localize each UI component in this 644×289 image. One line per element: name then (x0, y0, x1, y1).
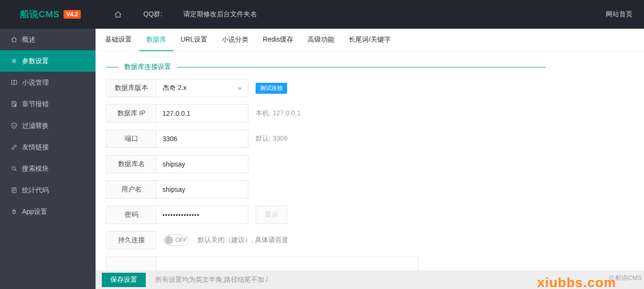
tab-novel-category[interactable]: 小说分类 (215, 29, 256, 51)
db-name-input[interactable] (157, 155, 248, 173)
sidebar-item-label: 统计代码 (22, 186, 49, 195)
form-row-port: 端口 默认: 3306 (106, 130, 644, 148)
top-header: 船说CMS V4.2 QQ群: 请定期修改后台文件夹名 网站首页 (0, 0, 644, 29)
sidebar-item-label: 友情链接 (22, 143, 49, 152)
section-header: 数据库连接设置 (106, 63, 546, 71)
port-hint: 默认: 3306 (256, 134, 288, 143)
username-input[interactable] (157, 180, 248, 199)
chevron-down-icon (237, 88, 242, 90)
db-connection-form: 数据库版本 杰奇 2.x 测试连接 数据库 IP 本机: 127.0.0.1 端… (106, 79, 644, 275)
sidebar-item-label: 章节报错 (22, 100, 49, 109)
sidebar: 概述 参数设置 小说管理 章节报错 过滤替换 (0, 29, 96, 289)
sidebar-item-label: 概述 (22, 35, 35, 44)
tab-basic-settings[interactable]: 基础设置 (98, 29, 139, 51)
footer-hint: 所有设置均为英文半角,路径结尾不加 / (155, 276, 268, 284)
sidebar-item-label: 搜索模块 (22, 165, 49, 173)
search-icon (11, 165, 18, 172)
db-ip-hint: 本机: 127.0.0.1 (256, 109, 301, 118)
sidebar-item-label: App设置 (22, 208, 47, 216)
form-row-username: 用户名 (106, 180, 644, 199)
form-row-persistent-connection: 持久连接 OFF 默认关闭（建议）, 具体请百度 (106, 231, 644, 249)
footer-bar: 保存设置 所有设置均为英文半角,路径结尾不加 / © 船说CMS xiubbs.… (96, 270, 644, 289)
password-label: 密码 (106, 206, 157, 224)
form-row-db-name: 数据库名 (106, 155, 644, 173)
tab-longtail-keywords[interactable]: 长尾词/关键字 (342, 29, 398, 51)
sidebar-item-label: 小说管理 (22, 78, 49, 87)
sidebar-item-search-module[interactable]: 搜索模块 (0, 158, 96, 179)
username-label: 用户名 (106, 180, 157, 199)
main-content: 基础设置 数据库 URL设置 小说分类 Redis缓存 高级功能 长尾词/关键字… (96, 29, 644, 289)
form-row-password: 密码 •••••••••••••• 显示 (106, 206, 644, 224)
shield-check-icon (11, 122, 18, 129)
sidebar-item-filter-replace[interactable]: 过滤替换 (0, 115, 96, 136)
android-icon (11, 208, 18, 215)
db-version-value: 杰奇 2.x (162, 84, 187, 92)
sidebar-item-label: 参数设置 (22, 57, 49, 66)
site-home-link[interactable]: 网站首页 (606, 10, 633, 19)
home-icon (11, 36, 18, 43)
db-ip-input[interactable] (157, 104, 248, 122)
save-settings-button[interactable]: 保存设置 (102, 273, 146, 287)
qq-group-label: QQ群: (143, 10, 162, 19)
book-icon (11, 79, 18, 86)
sidebar-item-label: 过滤替换 (22, 122, 49, 130)
toggle-knob-icon (165, 236, 173, 245)
sidebar-item-stats-code[interactable]: 统计代码 (0, 179, 96, 201)
logo-area: 船说CMS V4.2 (0, 8, 96, 21)
tab-database[interactable]: 数据库 (139, 29, 173, 51)
sidebar-item-chapter-errors[interactable]: 章节报错 (0, 93, 96, 115)
persistent-connection-hint: 默认关闭（建议）, 具体请百度 (198, 236, 289, 245)
test-connection-button[interactable]: 测试连接 (256, 83, 287, 94)
persistent-connection-toggle[interactable]: OFF (163, 234, 188, 246)
db-ip-label: 数据库 IP (106, 104, 157, 122)
show-password-button[interactable]: 显示 (256, 206, 287, 224)
tab-redis-cache[interactable]: Redis缓存 (256, 29, 301, 51)
sidebar-item-overview[interactable]: 概述 (0, 29, 96, 50)
password-dots: •••••••••••••• (162, 211, 200, 219)
section-title: 数据库连接设置 (124, 63, 171, 71)
app-logo: 船说CMS (20, 8, 60, 21)
section-rule (177, 67, 546, 67)
tab-url-settings[interactable]: URL设置 (173, 29, 215, 51)
password-input[interactable]: •••••••••••••• (157, 206, 248, 224)
toggle-state-text: OFF (175, 237, 187, 244)
gear-icon (11, 57, 18, 65)
watermark-text: xiubbs.com (537, 275, 616, 289)
db-name-label: 数据库名 (106, 155, 157, 173)
stats-code-icon (11, 187, 18, 194)
sidebar-item-novel-manage[interactable]: 小说管理 (0, 72, 96, 93)
sidebar-item-parameters[interactable]: 参数设置 (0, 50, 96, 72)
settings-tabbar: 基础设置 数据库 URL设置 小说分类 Redis缓存 高级功能 长尾词/关键字 (96, 29, 644, 51)
report-icon (11, 100, 18, 108)
sidebar-item-app-settings[interactable]: App设置 (0, 201, 96, 222)
form-row-db-ip: 数据库 IP 本机: 127.0.0.1 (106, 104, 644, 122)
sidebar-item-friend-links[interactable]: 友情链接 (0, 136, 96, 158)
port-label: 端口 (106, 130, 157, 148)
header-home-icon[interactable] (114, 10, 122, 19)
port-input[interactable] (157, 130, 248, 148)
section-dash (106, 67, 118, 67)
db-version-select[interactable]: 杰奇 2.x (157, 79, 248, 97)
db-version-label: 数据库版本 (106, 79, 157, 97)
form-row-db-version: 数据库版本 杰奇 2.x 测试连接 (106, 79, 644, 97)
version-badge: V4.2 (64, 10, 81, 19)
link-icon (11, 144, 18, 151)
persistent-connection-label: 持久连接 (106, 231, 157, 249)
app-window: 船说CMS V4.2 QQ群: 请定期修改后台文件夹名 网站首页 概述 参数设置 (0, 0, 644, 289)
tab-advanced[interactable]: 高级功能 (301, 29, 342, 51)
header-notice: 请定期修改后台文件夹名 (183, 10, 257, 19)
